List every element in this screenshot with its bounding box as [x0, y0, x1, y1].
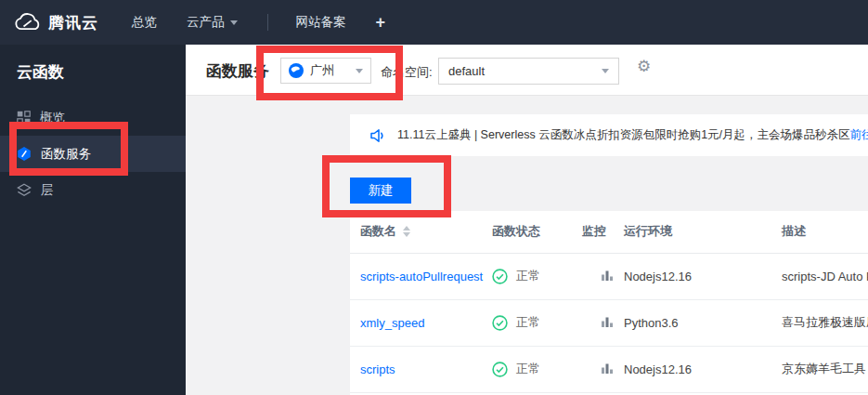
table-row: scripts-autoPullrequest 正常	[350, 253, 868, 299]
function-name-link[interactable]: scripts-autoPullrequest	[360, 270, 483, 283]
nav-item-website-record[interactable]: 网站备案	[296, 14, 346, 31]
sidebar: 云函数 概览 函数服务	[0, 45, 186, 395]
monitor-chart-icon[interactable]	[601, 362, 614, 375]
add-tab-button[interactable]: +	[376, 13, 386, 33]
sidebar-item-overview[interactable]: 概览	[0, 99, 186, 136]
plus-icon: +	[376, 13, 386, 33]
layers-icon	[17, 183, 32, 197]
scf-hexagon-icon	[17, 146, 32, 162]
region-selector[interactable]: 广州	[280, 58, 371, 84]
sidebar-item-layers[interactable]: 层	[0, 172, 186, 208]
namespace-selector[interactable]: default	[438, 58, 619, 85]
col-function-name: 函数名	[360, 223, 396, 240]
monitor-chart-icon[interactable]	[601, 269, 614, 282]
table-row: xmly_speed 正常 Pyth	[350, 299, 868, 346]
brand-name: 腾讯云	[48, 12, 98, 33]
namespace-value: default	[448, 64, 596, 78]
description-value: 京东薅羊毛工具	[782, 346, 868, 392]
table-row: scripts 正常 Nodejs1	[350, 346, 868, 392]
runtime-value: Nodejs12.16	[624, 346, 782, 392]
description-value: 喜马拉雅极速版刷	[782, 299, 868, 346]
promo-notice-bar: 11.11云上盛典 | Serverless 云函数冰点折扣资源包限时抢购1元/…	[350, 114, 868, 156]
globe-icon	[289, 63, 304, 78]
nav-divider	[267, 14, 268, 31]
sort-icon[interactable]	[403, 226, 410, 237]
notice-text: 11.11云上盛典 | Serverless 云函数冰点折扣资源包限时抢购1元/…	[397, 127, 850, 143]
description-value: scripts-JD Auto Pull	[782, 253, 868, 299]
create-function-button[interactable]: 新建	[350, 178, 411, 204]
status-badge: 正常	[492, 268, 582, 284]
sidebar-menu: 概览 函数服务 层	[0, 99, 186, 208]
col-runtime: 运行环境	[624, 211, 782, 253]
monitor-chart-icon[interactable]	[601, 315, 614, 328]
check-circle-icon	[492, 269, 508, 284]
tencent-cloud-logo[interactable]: 腾讯云	[13, 12, 98, 33]
grid-icon	[17, 111, 31, 125]
nav-item-cloud-products[interactable]: 云产品	[187, 14, 238, 31]
col-monitor: 监控	[582, 211, 624, 253]
chevron-down-icon	[230, 20, 238, 25]
check-circle-icon	[492, 315, 508, 331]
sidebar-item-function-service[interactable]: 函数服务	[0, 136, 186, 172]
function-table: 函数名 函数状态 监控 运行环境 描述 scripts-autoPullrequ…	[350, 211, 868, 393]
page-title: 函数服务	[206, 60, 269, 82]
status-badge: 正常	[492, 314, 582, 331]
col-description: 描述	[782, 211, 868, 253]
page-header: 函数服务 广州 命名空间: default ⚙	[186, 45, 868, 96]
notice-go-link[interactable]: 前往	[850, 127, 868, 143]
runtime-value: Python3.6	[624, 299, 782, 346]
nav-item-overview[interactable]: 总览	[132, 14, 157, 31]
cloud-logo-icon	[13, 12, 41, 33]
chevron-down-icon	[602, 69, 609, 73]
function-name-link[interactable]: xmly_speed	[360, 316, 424, 330]
main-content: 11.11云上盛典 | Serverless 云函数冰点折扣资源包限时抢购1元/…	[186, 97, 868, 395]
topbar: 腾讯云 总览 云产品 网站备案 +	[0, 0, 868, 45]
check-circle-icon	[492, 362, 508, 377]
namespace-label: 命名空间:	[381, 64, 433, 81]
table-header-row: 函数名 函数状态 监控 运行环境 描述	[350, 211, 868, 253]
region-label: 广州	[310, 62, 350, 79]
function-table-card: 函数名 函数状态 监控 运行环境 描述 scripts-autoPullrequ…	[350, 211, 868, 395]
gear-icon[interactable]: ⚙	[637, 57, 651, 76]
chevron-down-icon	[356, 69, 363, 73]
sidebar-title: 云函数	[17, 61, 186, 83]
col-function-status: 函数状态	[492, 211, 582, 253]
runtime-value: Nodejs12.16	[624, 253, 782, 299]
announcement-horn-icon	[369, 128, 386, 143]
top-navigation: 总览 云产品 网站备案 +	[132, 13, 415, 33]
function-name-link[interactable]: scripts	[360, 362, 395, 376]
status-badge: 正常	[492, 361, 582, 377]
